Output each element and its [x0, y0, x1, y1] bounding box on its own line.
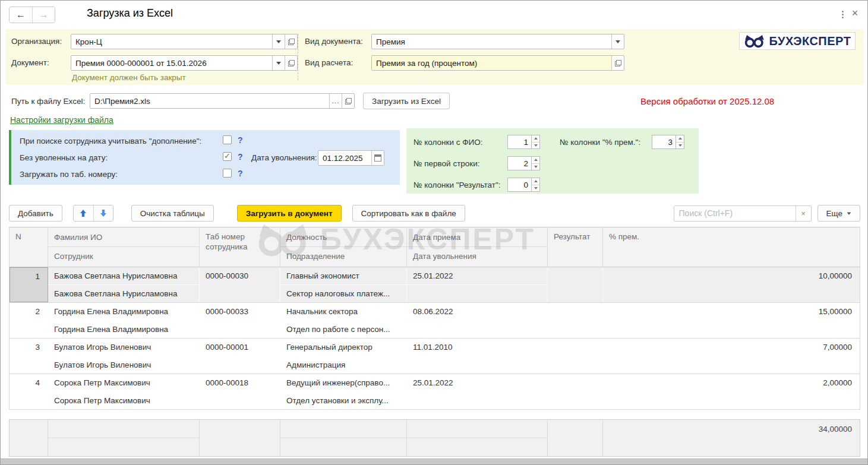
document-input[interactable]	[71, 56, 272, 70]
spinner-up-button[interactable]	[532, 178, 539, 185]
cell-result[interactable]	[548, 374, 603, 409]
cell-fio[interactable]: Булатов Игорь ВиленовичБулатов Игорь Вил…	[48, 339, 200, 374]
cell-percent[interactable]: 10,00000	[603, 267, 860, 302]
organization-open-button[interactable]	[285, 34, 297, 49]
cell-tab-number[interactable]: 0000-00018	[200, 374, 280, 409]
tab-number-help-icon[interactable]: ?	[238, 169, 243, 178]
table-header: N Фамилия ИО Сотрудник Таб номер сотрудн…	[9, 227, 860, 267]
calendar-button[interactable]	[371, 151, 384, 165]
dismiss-date-input[interactable]	[318, 151, 371, 165]
doc-type-input[interactable]	[372, 34, 611, 49]
column-header-tab-number[interactable]: Таб номер сотрудника	[200, 227, 280, 267]
addition-checkbox[interactable]	[223, 135, 232, 144]
cell-percent[interactable]: 7,00000	[603, 339, 860, 374]
spinner-down-button[interactable]	[532, 163, 539, 170]
move-down-button[interactable]	[93, 205, 113, 221]
spinner-down-button[interactable]	[532, 185, 539, 192]
cell-number[interactable]: 3	[10, 339, 48, 374]
document-dropdown-button[interactable]	[272, 56, 285, 70]
kebab-menu-icon[interactable]	[838, 8, 847, 20]
forward-button[interactable]: →	[32, 7, 55, 23]
cell-dates[interactable]: 25.01.2022	[407, 374, 548, 409]
file-settings-link[interactable]: Настройки загрузки файла	[10, 115, 113, 125]
spinner-down-button[interactable]	[676, 142, 684, 149]
organization-dropdown-button[interactable]	[272, 34, 285, 49]
footer-cell-fio	[48, 420, 200, 456]
dismissed-help-icon[interactable]: ?	[238, 152, 243, 162]
spinner-up-button[interactable]	[676, 135, 684, 142]
load-to-document-button[interactable]: Загрузить в документ	[237, 205, 342, 222]
table-row[interactable]: 2 Гордина Елена ВладимировнаГордина Елен…	[10, 303, 860, 339]
prem-column-input[interactable]	[652, 135, 676, 149]
dismissed-checkbox[interactable]	[223, 152, 232, 161]
cell-result[interactable]	[548, 303, 603, 338]
cell-fio[interactable]: Гордина Елена ВладимировнаГордина Елена …	[48, 303, 200, 338]
table-row[interactable]: 1 Бажова Светлана НурисламовнаБажова Све…	[10, 267, 860, 303]
tab-number-option-label: Загружать по таб. номеру:	[20, 170, 118, 179]
fio-column-input[interactable]	[507, 135, 531, 149]
cell-dates[interactable]: 25.01.2022	[407, 267, 548, 302]
file-path-open-button[interactable]	[342, 94, 354, 108]
result-column-input[interactable]	[507, 178, 531, 192]
spinner-up-button[interactable]	[532, 135, 539, 142]
footer-cell-result	[548, 420, 603, 456]
column-header-percent[interactable]: % прем.	[603, 227, 860, 267]
more-button[interactable]: Еще	[818, 205, 860, 222]
cell-position[interactable]: Главный экономистСектор налоговых платеж…	[280, 267, 407, 302]
document-open-button[interactable]	[285, 56, 297, 70]
triangle-down-icon	[534, 144, 538, 147]
cell-dates[interactable]: 11.01.2010	[407, 339, 548, 374]
organization-input[interactable]	[71, 34, 272, 49]
cell-fio[interactable]: Сорока Петр МаксимовичСорока Петр Максим…	[48, 374, 200, 409]
tab-number-checkbox[interactable]	[223, 169, 232, 178]
column-header-dates[interactable]: Дата приема Дата увольнения	[407, 227, 548, 267]
load-from-excel-button[interactable]: Загрузить из Excel	[363, 93, 450, 109]
cell-result[interactable]	[548, 267, 603, 302]
add-row-button[interactable]: Добавить	[9, 205, 62, 222]
file-path-input[interactable]	[90, 94, 329, 108]
back-button[interactable]: ←	[10, 7, 32, 23]
brand-logo-text: БУХЭКСПЕРТ	[769, 34, 851, 48]
table-row[interactable]: 4 Сорока Петр МаксимовичСорока Петр Макс…	[10, 374, 860, 410]
spinner-down-button[interactable]	[532, 142, 539, 149]
calc-type-input[interactable]	[372, 56, 611, 70]
cell-tab-number[interactable]: 0000-00033	[200, 303, 280, 338]
cell-dates[interactable]: 08.06.2022	[407, 303, 548, 338]
move-up-button[interactable]	[74, 205, 93, 221]
table-row[interactable]: 3 Булатов Игорь ВиленовичБулатов Игорь В…	[10, 339, 860, 374]
cell-result[interactable]	[548, 339, 603, 374]
search-input[interactable]	[674, 206, 796, 221]
cell-number[interactable]: 4	[10, 374, 48, 409]
spinner-up-button[interactable]	[532, 157, 539, 163]
cell-tab-number[interactable]: 0000-00001	[200, 339, 280, 374]
addition-help-icon[interactable]: ?	[238, 135, 243, 145]
browse-button[interactable]: ...	[329, 94, 342, 108]
first-row-field	[507, 156, 540, 170]
column-header-result[interactable]: Результат	[548, 227, 603, 267]
column-header-n[interactable]: N	[10, 227, 48, 267]
open-icon	[615, 60, 621, 67]
cell-fio[interactable]: Бажова Светлана НурисламовнаБажова Светл…	[48, 267, 200, 302]
close-button[interactable]: ×	[848, 7, 861, 20]
first-row-input[interactable]	[507, 156, 531, 170]
fio-column-field	[507, 135, 540, 149]
cell-position[interactable]: Генеральный директорАдминистрация	[280, 339, 407, 374]
cell-percent[interactable]: 2,00000	[603, 374, 860, 409]
addition-option-label: При поиске сотрудника учитывать "дополне…	[20, 137, 201, 145]
cell-number[interactable]: 1	[10, 267, 48, 302]
result-column-field	[507, 178, 540, 192]
cell-position[interactable]: Начальник сектораОтдел по работе с персо…	[280, 303, 407, 338]
cell-tab-number[interactable]: 0000-00030	[200, 267, 280, 302]
cell-position[interactable]: Ведущий инженер(справо...Отдел установки…	[280, 374, 407, 409]
calc-type-open-button[interactable]	[611, 56, 624, 70]
cell-percent[interactable]: 15,00000	[603, 303, 860, 338]
triangle-up-icon	[678, 137, 682, 140]
sort-as-file-button[interactable]: Сортировать как в файле	[352, 205, 465, 222]
page-title: Загрузка из Excel	[87, 7, 173, 20]
cell-number[interactable]: 2	[10, 303, 48, 338]
clear-table-button[interactable]: Очистка таблицы	[131, 205, 214, 222]
column-header-position[interactable]: Должность Подразделение	[280, 227, 407, 267]
doc-type-dropdown-button[interactable]	[611, 34, 624, 49]
column-header-fio[interactable]: Фамилия ИО Сотрудник	[48, 227, 200, 267]
clear-search-button[interactable]: ×	[796, 206, 811, 221]
